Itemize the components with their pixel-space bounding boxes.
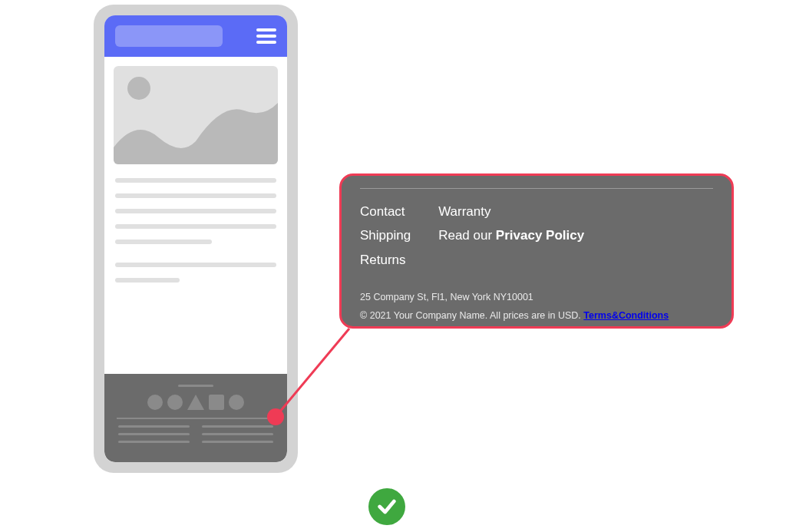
footer-handle	[178, 385, 213, 387]
mobile-footer	[104, 374, 287, 462]
footer-link-shipping[interactable]: Shipping	[360, 223, 411, 247]
footer-detail-callout: Contact Shipping Returns Warranty Read o…	[339, 173, 734, 329]
divider	[360, 188, 713, 189]
footer-address: 25 Company St, Fl1, New York NY10001	[360, 289, 713, 307]
footer-link-terms[interactable]: Terms&Conditions	[583, 310, 669, 321]
phone-frame	[94, 5, 298, 473]
triangle-icon[interactable]	[187, 395, 204, 410]
footer-links-col-1: Contact Shipping Returns	[360, 200, 411, 272]
footer-link-privacy-policy[interactable]: Privacy Policy	[496, 228, 584, 243]
hamburger-menu-icon[interactable]	[256, 28, 276, 44]
footer-link-contact[interactable]: Contact	[360, 200, 411, 223]
footer-legal-block: 25 Company St, Fl1, New York NY10001 © 2…	[360, 289, 713, 325]
hero-image-placeholder	[114, 66, 278, 164]
privacy-policy-row: Read our Privacy Policy	[438, 223, 584, 247]
divider	[117, 418, 275, 419]
square-icon[interactable]	[209, 395, 224, 410]
footer-social-icons	[115, 395, 276, 410]
app-header	[104, 15, 287, 57]
footer-link-warranty[interactable]: Warranty	[438, 200, 584, 223]
circle-icon[interactable]	[167, 395, 183, 410]
callout-anchor-dot	[267, 408, 284, 425]
circle-icon[interactable]	[229, 395, 244, 410]
privacy-prefix: Read our	[438, 228, 496, 243]
circle-icon[interactable]	[147, 395, 163, 410]
mountain-icon	[114, 95, 278, 164]
footer-link-columns	[115, 425, 276, 448]
search-input[interactable]	[115, 25, 223, 47]
approved-checkmark-icon	[368, 488, 405, 525]
footer-copyright: © 2021 Your Company Name. All prices are…	[360, 310, 583, 321]
phone-screen	[104, 15, 287, 462]
body-text-placeholder	[104, 164, 287, 299]
footer-links-col-2: Warranty Read our Privacy Policy	[438, 200, 584, 272]
footer-copyright-row: © 2021 Your Company Name. All prices are…	[360, 307, 713, 325]
footer-link-returns[interactable]: Returns	[360, 248, 411, 272]
